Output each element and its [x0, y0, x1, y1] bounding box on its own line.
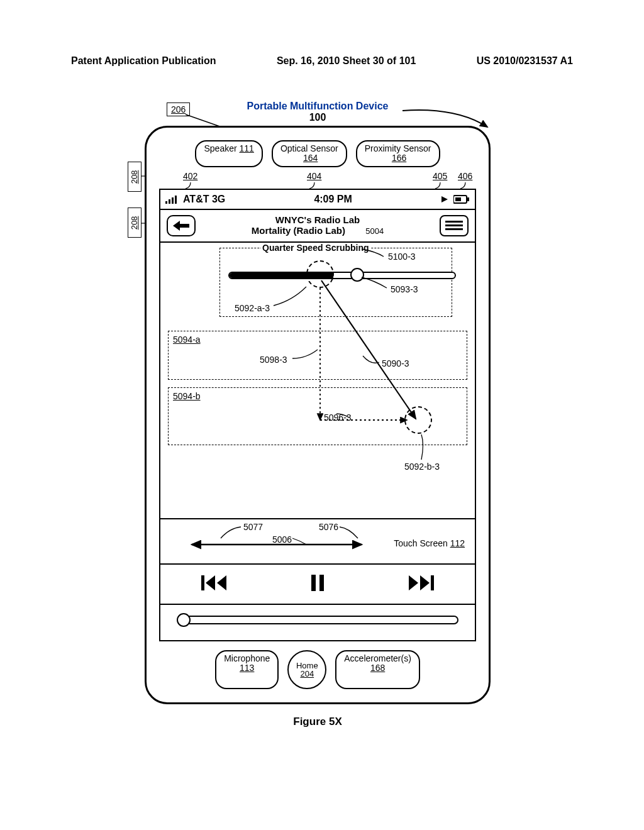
- ref-405: 405: [433, 171, 447, 181]
- region-5094-a: [168, 331, 467, 380]
- list-icon: [445, 221, 463, 223]
- svg-rect-3: [165, 201, 167, 204]
- speaker-pod: Speaker 111: [195, 140, 262, 167]
- ref-5092-a-3: 5092-a-3: [235, 303, 270, 313]
- ref-5096-3: 5096-3: [324, 412, 352, 423]
- header-right: US 2010/0231537 A1: [477, 55, 573, 67]
- arrow-left-icon: [172, 220, 190, 231]
- home-button[interactable]: Home 204: [287, 650, 326, 689]
- below-scrub-area: 5077 5076 5006 Touch Screen 112: [160, 519, 475, 565]
- ref-5076: 5076: [319, 522, 338, 532]
- figure: Portable Multifunction Device 100 206 20…: [123, 101, 513, 728]
- device-body: Speaker 111 Optical Sensor 164 Proximity…: [145, 126, 491, 704]
- ref-406: 406: [458, 171, 472, 181]
- svg-rect-6: [175, 196, 177, 204]
- accelerometer-pod: Accelerometer(s) 168: [335, 650, 420, 689]
- ref-5094-a: 5094-a: [173, 335, 201, 345]
- touch-screen-label: Touch Screen 112: [394, 538, 465, 548]
- scrub-area[interactable]: Quarter Speed Scrubbing 5100-3 5093-3 50…: [160, 243, 475, 519]
- carrier-label: AT&T 3G: [183, 194, 225, 205]
- skip-back-icon: [201, 574, 228, 592]
- volume-thumb[interactable]: [177, 613, 191, 627]
- sensor-row: Speaker 111 Optical Sensor 164 Proximity…: [147, 140, 489, 167]
- svg-rect-4: [169, 199, 170, 204]
- ref-5092-b-3: 5092-b-3: [404, 462, 440, 472]
- now-playing-titlebar: WNYC's Radio Lab Mortality (Radio Lab) 5…: [160, 210, 475, 243]
- now-playing-title: WNYC's Radio Lab Mortality (Radio Lab) 5…: [203, 214, 432, 236]
- callouts-top: 402 404 405 406: [147, 171, 489, 189]
- touch-point-b: [404, 406, 432, 434]
- ref-208-b: 208: [128, 208, 142, 238]
- pause-button[interactable]: [310, 574, 325, 594]
- clock-label: 4:09 PM: [314, 194, 352, 205]
- header-center: Sep. 16, 2010 Sheet 30 of 101: [277, 55, 416, 67]
- skip-forward-icon: [408, 574, 434, 592]
- svg-rect-5: [172, 197, 174, 204]
- ref-404: 404: [307, 171, 321, 181]
- scrubber-track[interactable]: [228, 272, 456, 279]
- ref-5094-b: 5094-b: [173, 391, 201, 401]
- volume-track[interactable]: [189, 616, 458, 624]
- ref-206: 206: [167, 102, 190, 116]
- ref-5093-3: 5093-3: [391, 284, 418, 294]
- ref-5098-3: 5098-3: [260, 355, 287, 365]
- play-icon: [441, 196, 448, 203]
- battery-icon: [453, 195, 470, 204]
- page-header: Patent Application Publication Sep. 16, …: [0, 0, 644, 67]
- figure-caption: Figure 5X: [123, 716, 513, 728]
- svg-rect-9: [467, 197, 469, 201]
- hardware-row: Microphone 113 Home 204 Accelerometer(s)…: [147, 650, 489, 689]
- microphone-pod: Microphone 113: [215, 650, 279, 689]
- header-left: Patent Application Publication: [71, 55, 216, 67]
- back-button[interactable]: [167, 215, 196, 236]
- list-button[interactable]: [440, 215, 469, 236]
- svg-rect-16: [319, 575, 324, 591]
- label-quarter-speed: Quarter Speed Scrubbing: [261, 243, 370, 253]
- next-button[interactable]: [408, 574, 434, 594]
- status-bar: AT&T 3G 4:09 PM: [160, 190, 475, 210]
- svg-rect-8: [455, 197, 461, 201]
- svg-rect-14: [201, 575, 204, 590]
- optical-sensor-pod: Optical Sensor 164: [272, 140, 347, 167]
- signal-icon: [165, 195, 179, 204]
- transport-controls: [160, 565, 475, 605]
- ref-402: 402: [183, 171, 197, 181]
- svg-rect-17: [431, 575, 434, 590]
- touch-screen[interactable]: AT&T 3G 4:09 PM WNYC's Ra: [159, 189, 476, 641]
- ref-5090-3: 5090-3: [382, 358, 409, 368]
- svg-rect-15: [311, 575, 316, 591]
- ref-5077: 5077: [243, 522, 263, 532]
- pause-icon: [310, 574, 325, 592]
- ref-208-a: 208: [128, 162, 142, 192]
- scrubber-thumb[interactable]: [350, 268, 364, 282]
- ref-5100-3: 5100-3: [388, 252, 416, 262]
- proximity-sensor-pod: Proximity Sensor 166: [356, 140, 440, 167]
- touch-point-a: [306, 260, 334, 288]
- prev-button[interactable]: [201, 574, 228, 594]
- volume-row: [160, 605, 475, 635]
- ref-5006: 5006: [272, 534, 292, 545]
